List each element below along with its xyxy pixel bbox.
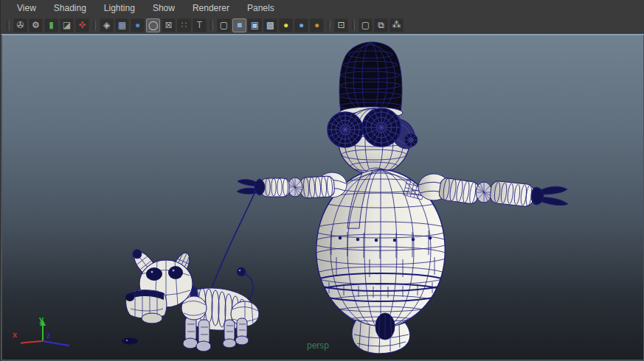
resolution-gate-icon[interactable]: ▦ <box>115 18 129 32</box>
snap-target-icon[interactable]: ✜ <box>75 18 89 32</box>
icon-glyph: ✇ <box>16 21 24 29</box>
scene-3d: y x z persp <box>2 35 643 360</box>
icon-glyph: ● <box>283 21 288 29</box>
gate-mask-icon[interactable]: ● <box>131 18 145 32</box>
field-chart-icon[interactable]: ∷ <box>177 18 191 32</box>
no-lighting-icon[interactable]: ● <box>310 18 324 32</box>
icon-glyph: ⊠ <box>165 21 172 29</box>
icon-glyph: ● <box>314 21 319 29</box>
toolbar-separator <box>93 20 96 31</box>
robot-dog <box>125 246 259 351</box>
robot-head <box>328 108 420 175</box>
axis-y-label: y <box>39 315 44 323</box>
no-gate-icon[interactable]: ⊠ <box>162 18 176 32</box>
toolbar-separator <box>352 20 355 31</box>
icon-glyph: ▮ <box>49 21 54 29</box>
icon-glyph: ◈ <box>103 21 110 29</box>
icon-glyph: ⧉ <box>378 21 384 29</box>
plugin-objects-icon[interactable]: ⁂ <box>389 18 404 32</box>
icon-glyph: ● <box>135 21 140 29</box>
panel-toolbar: ✇ ⚙ ▮ ◪ ✜ ◈ ▦ ● ◯ ⊠ ∷ T ▢ ■ ▣ ▩ ● ● ● ⊡ … <box>1 16 644 34</box>
menu-panels[interactable]: Panels <box>240 1 282 15</box>
axis-z-label: z <box>46 331 51 340</box>
ear-knob <box>404 133 418 147</box>
claw-left <box>237 180 265 194</box>
icon-glyph: ∷ <box>181 21 187 29</box>
puddle <box>122 338 138 345</box>
shaded-icon[interactable]: ■ <box>232 18 246 32</box>
icon-glyph: ⁂ <box>392 21 401 29</box>
select-camera-icon[interactable]: ✇ <box>13 18 27 32</box>
axis-x-label: x <box>13 330 18 339</box>
robot-arm-right <box>438 178 568 207</box>
icon-glyph: ▩ <box>266 21 274 29</box>
default-lighting-icon[interactable]: ● <box>279 18 293 32</box>
toolbar-separator <box>210 20 213 31</box>
icon-glyph: ▣ <box>251 21 259 29</box>
icon-glyph: ⊡ <box>337 21 344 29</box>
icon-glyph: ⚙ <box>32 21 40 29</box>
isolate-select-icon[interactable]: ⧉ <box>374 18 388 32</box>
robot-guard-character <box>237 42 568 354</box>
viewport-persp[interactable]: y x z persp <box>1 34 644 361</box>
icon-glyph: ✜ <box>78 21 86 29</box>
menu-renderer[interactable]: Renderer <box>185 1 237 15</box>
goggle-left <box>328 112 363 147</box>
camera-attributes-icon[interactable]: ⚙ <box>29 18 43 32</box>
icon-glyph: ▦ <box>118 21 126 29</box>
bookmarks-icon[interactable]: ▮ <box>44 18 58 32</box>
wireframe-icon[interactable]: ▢ <box>217 18 231 32</box>
icon-glyph: T <box>197 21 202 29</box>
icon-glyph: ▢ <box>361 21 370 29</box>
all-lights-icon[interactable]: ● <box>294 18 308 32</box>
menu-lighting[interactable]: Lighting <box>97 1 142 15</box>
safe-title-icon[interactable]: T <box>193 18 207 32</box>
toolbar-separator <box>7 20 10 31</box>
film-gate-icon[interactable]: ◈ <box>100 18 114 32</box>
wireframe-on-shaded-icon[interactable]: ▣ <box>248 18 262 32</box>
highlight-selection-icon[interactable]: ⊡ <box>334 18 348 32</box>
toolbar-separator <box>328 20 330 31</box>
icon-glyph: ▢ <box>220 21 228 29</box>
icon-glyph: ■ <box>237 21 242 29</box>
goggle-right <box>362 108 401 147</box>
icon-glyph: ◪ <box>63 21 71 29</box>
robot-arm-left <box>237 176 335 198</box>
safe-action-icon[interactable]: ◯ <box>146 18 160 32</box>
maya-viewport-panel: View Shading Lighting Show Renderer Pane… <box>0 0 644 361</box>
menu-shading[interactable]: Shading <box>46 1 94 15</box>
panel-menu-bar: View Shading Lighting Show Renderer Pane… <box>1 0 644 16</box>
xray-icon[interactable]: ▢ <box>359 18 373 32</box>
menu-show[interactable]: Show <box>145 1 182 15</box>
claw-right <box>532 186 568 206</box>
menu-view[interactable]: View <box>10 1 44 15</box>
textured-icon[interactable]: ▩ <box>263 18 277 32</box>
icon-glyph: ● <box>299 21 304 29</box>
axis-gizmo: y x z <box>13 315 69 346</box>
camera-label: persp <box>307 340 329 351</box>
image-plane-icon[interactable]: ◪ <box>60 18 74 32</box>
icon-glyph: ◯ <box>148 21 158 29</box>
